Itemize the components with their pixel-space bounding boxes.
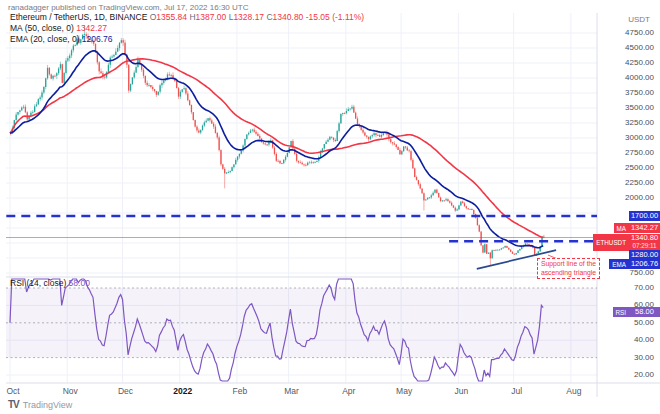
- ma-legend-value: 1342.27: [76, 23, 107, 33]
- ma-legend-label: MA (50, close, 0): [10, 23, 74, 33]
- change-value: -15.05 (-1.11%): [306, 12, 364, 22]
- ema-legend[interactable]: EMA (20, close, 0) 1206.76: [10, 34, 113, 44]
- price-badge-EMA: EMA1206.76: [609, 259, 660, 269]
- time-axis-label: Jun: [454, 386, 468, 396]
- symbol-legend[interactable]: Ethereum / TetherUS, 1D, BINANCE O1355.8…: [10, 12, 364, 22]
- price-axis-label: 2500.00: [598, 163, 654, 172]
- tradingview-brand-text: TradingView: [23, 400, 73, 410]
- rsi-badge-tag: RSI: [613, 307, 630, 317]
- price-axis-label: 2000.00: [598, 193, 654, 202]
- price-badge-ETHUSDT-tag: ETHUSDT: [593, 234, 629, 251]
- rsi-legend-value: 58.00: [69, 278, 90, 288]
- price-badge-MA-value: 1342.27: [629, 223, 660, 233]
- tradingview-logo-icon: TV: [8, 399, 19, 410]
- price-axis-label: 750.00: [598, 268, 654, 277]
- tradingview-logo[interactable]: TV TradingView: [8, 399, 72, 410]
- rsi-legend-label: RSI (14, close): [10, 278, 66, 288]
- price-badge-EMA-value: 1206.76: [629, 259, 660, 269]
- ohlc-value: 1328.17: [233, 12, 264, 22]
- price-badge-1700.00-value: 1700.00: [629, 211, 660, 221]
- price-axis-label: 4750.00: [598, 28, 654, 37]
- tradingview-snapshot: ranadagger published on TradingView.com,…: [0, 0, 660, 414]
- rsi-axis-label: 50.00: [598, 318, 654, 327]
- ohlc-values: O1355.84 H1387.00 L1328.17 C1340.80: [150, 12, 304, 22]
- rsi-axis-label: 20.00: [598, 370, 654, 379]
- time-axis-label: May: [396, 386, 412, 396]
- ma-legend[interactable]: MA (50, close, 0) 1342.27: [10, 23, 107, 33]
- rsi-badge-value: 58.00: [629, 307, 660, 317]
- time-axis-label: 2022: [173, 386, 192, 396]
- time-axis-label: Apr: [342, 386, 355, 396]
- price-axis-label: 4250.00: [598, 58, 654, 67]
- ohlc-value: 1387.00: [196, 12, 227, 22]
- symbol-title: Ethereum / TetherUS, 1D, BINANCE: [10, 12, 147, 22]
- rsi-axis-label: 70.00: [598, 283, 654, 292]
- ohlc-value: 1355.84: [156, 12, 187, 22]
- price-badge-MA-tag: MA: [614, 223, 629, 233]
- price-axis-label: 2250.00: [598, 178, 654, 187]
- price-axis-label: 3500.00: [598, 103, 654, 112]
- ohlc-letter: C: [264, 12, 273, 22]
- time-axis-label: Mar: [284, 386, 299, 396]
- price-badge-1700.00: 1700.00: [629, 211, 660, 221]
- price-axis-label: 3000.00: [598, 133, 654, 142]
- ascending-triangle-callout[interactable]: Support line of the ascending triangle: [537, 258, 600, 279]
- time-axis-label: Nov: [63, 386, 78, 396]
- price-unit-label: USDT: [628, 15, 650, 24]
- price-axis-label: 2750.00: [598, 148, 654, 157]
- time-axis-label: Feb: [233, 386, 248, 396]
- price-badge-EMA-tag: EMA: [609, 259, 629, 269]
- price-badge-MA: MA1342.27: [614, 223, 660, 233]
- rsi-legend[interactable]: RSI (14, close) 58.00: [10, 278, 90, 288]
- price-axis-label: 4000.00: [598, 73, 654, 82]
- rsi-badge: RSI58.00: [613, 307, 660, 317]
- ohlc-letter: H: [187, 12, 196, 22]
- time-axis-label: Dec: [118, 386, 133, 396]
- ohlc-value: 1340.80: [273, 12, 304, 22]
- price-axis-label: 4500.00: [598, 43, 654, 52]
- rsi-axis-label: 30.00: [598, 353, 654, 362]
- price-badge-ETHUSDT: ETHUSDT1340.8007:29:11: [593, 234, 660, 251]
- time-axis-label: Oct: [6, 386, 19, 396]
- time-axis-label: Aug: [566, 386, 581, 396]
- ema-legend-value: 1206.76: [82, 34, 113, 44]
- price-axis-label: 3750.00: [598, 88, 654, 97]
- price-badge-ETHUSDT-value: 1340.8007:29:11: [629, 234, 660, 251]
- rsi-axis-label: 40.00: [598, 335, 654, 344]
- chart-canvas[interactable]: [0, 0, 660, 414]
- price-axis-label: 3250.00: [598, 118, 654, 127]
- ema-legend-label: EMA (20, close, 0): [10, 34, 79, 44]
- time-axis-label: Jul: [511, 386, 522, 396]
